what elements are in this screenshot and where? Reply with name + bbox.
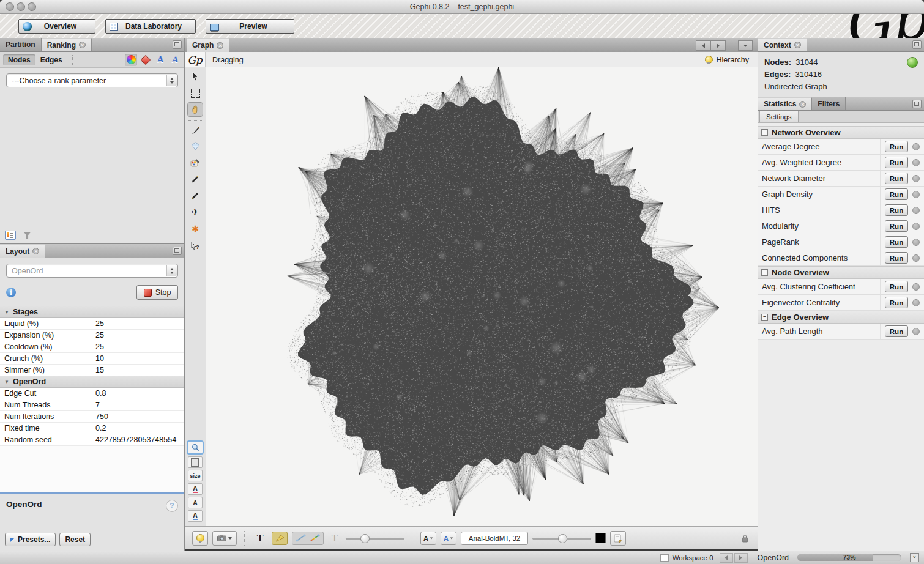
label-color-mode-button[interactable]: A [154, 54, 166, 66]
maximize-button[interactable] [173, 247, 182, 255]
tab-context[interactable]: Context × [758, 38, 807, 51]
data-laboratory-button[interactable]: Data Laboratory [105, 19, 196, 34]
help-icon[interactable]: ? [166, 500, 178, 512]
direct-selection-tool[interactable] [187, 69, 203, 84]
run-button[interactable]: Run [885, 157, 908, 168]
rectangle-selection-tool[interactable] [187, 86, 203, 100]
screenshot-button[interactable] [212, 531, 237, 546]
reset-label-sizes-button[interactable]: A [188, 510, 203, 522]
help-dot-icon[interactable] [912, 143, 920, 150]
close-icon[interactable]: × [217, 42, 223, 49]
sizer-tool[interactable] [187, 139, 203, 154]
shortest-path-tool[interactable]: ✈ [187, 205, 203, 220]
window-minimize-button[interactable] [17, 2, 25, 11]
painter-tool[interactable] [187, 122, 203, 137]
graph-visualization[interactable] [206, 67, 758, 526]
reset-button[interactable]: Reset [59, 533, 91, 546]
close-icon[interactable]: × [799, 101, 806, 108]
maximize-button[interactable] [912, 40, 922, 49]
section-edge-overview[interactable]: − Edge Overview [758, 311, 924, 324]
window-zoom-button[interactable] [28, 2, 36, 11]
reset-label-colors-button[interactable]: A [188, 483, 203, 495]
help-dot-icon[interactable] [912, 207, 920, 214]
close-icon[interactable]: × [32, 248, 39, 254]
label-size-slider[interactable] [532, 532, 591, 544]
tab-settings[interactable]: Settings [759, 111, 799, 122]
tab-scroll-right-button[interactable] [711, 40, 726, 51]
edge-weight-slider[interactable] [346, 532, 404, 544]
presets-button[interactable]: Presets... [5, 533, 56, 546]
edge-pencil-tool[interactable] [187, 188, 203, 203]
section-network-overview[interactable]: − Network Overview [758, 126, 924, 139]
run-button[interactable]: Run [885, 173, 908, 184]
section-node-overview[interactable]: − Node Overview [758, 266, 924, 279]
help-dot-icon[interactable] [912, 239, 920, 246]
edge-font-button[interactable]: A [441, 532, 456, 545]
tab-statistics[interactable]: Statistics × [758, 97, 812, 110]
graph-visible-icon[interactable] [907, 57, 918, 68]
tab-filters[interactable]: Filters [812, 97, 846, 110]
maximize-button[interactable] [173, 40, 182, 49]
edge-color-mode-group[interactable] [292, 532, 324, 545]
edit-node-tool[interactable]: ? [187, 238, 203, 253]
reset-colors-button[interactable] [188, 456, 203, 468]
result-list-icon[interactable] [5, 231, 16, 240]
run-button[interactable]: Run [885, 204, 908, 216]
tab-scroll-left-button[interactable] [696, 40, 711, 51]
close-icon[interactable]: × [794, 42, 801, 48]
help-dot-icon[interactable] [912, 159, 920, 166]
help-dot-icon[interactable] [912, 254, 920, 262]
filter-funnel-icon[interactable] [23, 232, 31, 239]
help-dot-icon[interactable] [912, 299, 920, 306]
tab-graph[interactable]: Graph × [187, 38, 229, 52]
run-button[interactable]: Run [885, 252, 908, 264]
hierarchy-toggle[interactable]: Hierarchy [705, 56, 750, 64]
attribute-painter-tool[interactable] [187, 155, 203, 170]
tab-ranking[interactable]: Ranking × [42, 38, 92, 51]
heatmap-tool[interactable]: ✱ [187, 221, 203, 236]
tab-layout[interactable]: Layout × [0, 244, 45, 258]
reset-sizes-button[interactable]: size [188, 470, 203, 481]
label-attributes-button[interactable] [610, 531, 626, 546]
help-dot-icon[interactable] [912, 175, 920, 182]
help-dot-icon[interactable] [912, 191, 920, 198]
font-field[interactable]: Arial-BoldMT, 32 [461, 532, 528, 545]
section-header-openord[interactable]: ▼ OpenOrd [0, 376, 184, 388]
cancel-task-button[interactable]: × [910, 553, 919, 562]
run-button[interactable]: Run [885, 325, 908, 337]
lock-icon[interactable] [741, 534, 749, 543]
window-close-button[interactable] [6, 2, 14, 11]
label-color-swatch[interactable] [595, 533, 606, 543]
drag-tool-selected[interactable] [187, 102, 203, 117]
center-on-graph-button[interactable] [187, 440, 204, 455]
node-font-button[interactable]: A [420, 532, 436, 545]
edges-toggle[interactable]: Edges [35, 54, 67, 65]
help-dot-icon[interactable] [912, 223, 920, 230]
run-button[interactable]: Run [885, 188, 908, 200]
show-edges-button[interactable] [272, 532, 288, 545]
section-header-stages[interactable]: ▼ Stages [0, 306, 184, 318]
tab-partition[interactable]: Partition [0, 38, 42, 51]
run-button[interactable]: Run [885, 281, 908, 292]
reset-label-visible-button[interactable]: A [188, 497, 203, 508]
help-dot-icon[interactable] [912, 283, 920, 291]
tab-list-dropdown-button[interactable] [738, 40, 753, 51]
node-pencil-tool[interactable] [187, 172, 203, 187]
rank-parameter-select[interactable]: ---Choose a rank parameter [6, 73, 178, 87]
run-button[interactable]: Run [885, 236, 908, 248]
stop-button[interactable]: Stop [136, 285, 178, 300]
preview-button[interactable]: Preview [206, 19, 294, 34]
run-button[interactable]: Run [885, 220, 908, 232]
size-mode-button[interactable] [140, 54, 152, 66]
label-size-mode-button[interactable]: A [169, 54, 181, 66]
nodes-toggle[interactable]: Nodes [3, 54, 35, 65]
maximize-button[interactable] [912, 100, 922, 108]
background-toggle-button[interactable] [192, 531, 208, 546]
show-node-labels-button[interactable]: T [253, 532, 267, 545]
workspace-next-button[interactable] [734, 553, 748, 563]
workspace-prev-button[interactable] [720, 553, 733, 563]
close-icon[interactable]: × [79, 42, 86, 48]
run-button[interactable]: Run [885, 297, 908, 308]
layout-algorithm-select[interactable]: OpenOrd [6, 264, 178, 278]
overview-button[interactable]: Overview [18, 19, 95, 34]
